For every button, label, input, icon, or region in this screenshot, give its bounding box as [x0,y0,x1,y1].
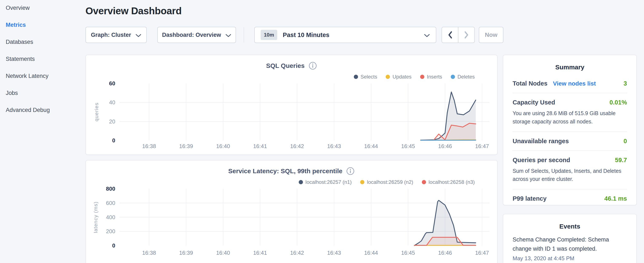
time-range-label: Past 10 Minutes [283,32,329,39]
summary-row-head: P99 latency46.1 ms [512,195,627,202]
event-item[interactable]: Schema Change Completed: Schema change w… [512,233,627,263]
summary-row-head: Queries per second59.7 [512,157,627,164]
legend-label: localhost:26257 (n1) [306,179,352,185]
sidebar: OverviewMetricsDatabasesStatementsNetwor… [0,0,85,263]
summary-row-description: You are using 28.6 MiB of 515.9 GiB usab… [512,109,627,126]
chevron-right-icon [464,31,469,39]
events-list: Schema Change Completed: Schema change w… [512,233,627,263]
summary-row: Unavailable ranges0 [512,132,627,150]
legend-dot [422,180,426,184]
now-button[interactable]: Now [479,27,504,43]
legend-label: Deletes [458,74,475,80]
info-icon[interactable] [308,62,317,70]
y-axis-title: queries [92,80,100,144]
summary-row: Total NodesView nodes list3 [512,74,627,93]
sidebar-item-statements[interactable]: Statements [6,55,85,63]
legend-item: Selects [354,74,378,80]
legend-dot [386,75,390,79]
x-axis-tick-label: 16:39 [171,249,201,256]
x-axis-tick-label: 16:46 [430,143,460,150]
chevron-down-icon [225,34,231,37]
summary-row-head: Total NodesView nodes list3 [512,80,627,87]
sql-queries-chart-card: SQL Queries SelectsUpdatesInsertsDeletes… [86,55,498,155]
x-axis-tick-label: 16:40 [208,143,238,150]
summary-row-head: Capacity Used0.01% [512,99,627,106]
legend-item: localhost:26259 (n2) [360,179,413,185]
x-axis-tick-label: 16:41 [245,143,275,150]
chart-plot-area[interactable] [120,83,490,140]
summary-row-value: 0.01% [610,99,627,106]
legend-label: Selects [360,74,378,80]
summary-row-value: 0 [624,138,627,145]
sidebar-item-jobs[interactable]: Jobs [6,89,85,97]
summary-row-value: 46.1 ms [604,195,627,202]
chart-title: Service Latency: SQL, 99th percentile [228,167,342,175]
dashboard-dropdown[interactable]: Dashboard: Overview [157,27,236,43]
summary-row-label: Total Nodes [512,80,548,87]
summary-row-label: P99 latency [512,195,546,202]
legend-dot [360,180,364,184]
summary-row-value: 59.7 [615,157,627,164]
app-root: OverviewMetricsDatabasesStatementsNetwor… [0,0,644,263]
events-title: Events [512,223,627,230]
summary-row-value: 3 [624,80,627,87]
toolbar-divider [244,27,244,43]
summary-row: Capacity Used0.01%You are using 28.6 MiB… [512,93,627,132]
x-axis-tick-label: 16:39 [171,143,201,150]
x-axis-tick-label: 16:42 [282,249,312,256]
summary-title: Summary [512,64,627,71]
summary-row-label: Queries per second [512,157,570,164]
sidebar-item-metrics[interactable]: Metrics [6,21,85,29]
legend-dot [451,75,455,79]
summary-rows: Total NodesView nodes list3Capacity Used… [512,74,627,208]
chart-plot-area[interactable] [120,189,490,245]
legend-item: Inserts [420,74,442,80]
event-timestamp: May 13, 2020 at 4:45 PM [512,255,627,262]
legend-dot [420,75,424,79]
next-time-button[interactable] [458,27,474,43]
chart-legend: localhost:26257 (n1)localhost:26259 (n2)… [299,179,475,185]
time-step-buttons [442,27,475,43]
x-axis-tick-label: 16:47 [467,249,497,256]
summary-row: P99 latency46.1 ms [512,189,627,208]
chevron-left-icon [448,31,452,39]
sidebar-item-databases[interactable]: Databases [6,38,85,46]
chevron-down-icon [136,34,142,37]
x-axis-tick-label: 16:40 [208,249,238,256]
x-axis-tick-label: 16:38 [134,249,164,256]
x-axis-tick-label: 16:43 [319,249,349,256]
graph-dropdown[interactable]: Graph: Cluster [86,27,147,43]
sidebar-item-advanced-debug[interactable]: Advanced Debug [6,106,85,114]
summary-row-link[interactable]: View nodes list [553,80,596,87]
legend-dot [354,75,358,79]
page-title: Overview Dashboard [86,5,182,17]
summary-panel-inner: Summary Total NodesView nodes list3Capac… [503,64,636,208]
service-latency-chart-card: Service Latency: SQL, 99th percentile lo… [86,160,498,263]
summary-row-description: Sum of Selects, Updates, Inserts, and De… [512,167,627,183]
time-range-selector[interactable]: 10m Past 10 Minutes [254,27,436,43]
x-axis-tick-label: 16:45 [393,143,423,150]
x-axis-tick-label: 16:46 [430,249,460,256]
legend-dot [299,180,303,184]
legend-item: Deletes [451,74,475,80]
x-axis-tick-label: 16:45 [393,249,423,256]
summary-row: Queries per second59.7Sum of Selects, Up… [512,150,627,189]
x-axis-tick-label: 16:44 [356,249,386,256]
legend-label: Inserts [427,74,442,80]
prev-time-button[interactable] [442,27,458,43]
legend-label: Updates [392,74,412,80]
summary-row-label: Unavailable ranges [512,138,569,145]
x-axis-tick-label: 16:44 [356,143,386,150]
x-axis-tick-label: 16:42 [282,143,312,150]
legend-item: localhost:26258 (n3) [422,179,475,185]
legend-item: Updates [386,74,412,80]
sidebar-item-network-latency[interactable]: Network Latency [6,72,85,80]
info-icon[interactable] [346,167,355,175]
chevron-down-icon [424,34,430,37]
sidebar-item-overview[interactable]: Overview [6,4,85,12]
dashboard-dropdown-label: Dashboard: Overview [162,32,221,38]
legend-label: localhost:26259 (n2) [367,179,413,185]
legend-label: localhost:26258 (n3) [428,179,475,185]
chart-legend: SelectsUpdatesInsertsDeletes [354,74,475,80]
legend-item: localhost:26257 (n1) [299,179,352,185]
